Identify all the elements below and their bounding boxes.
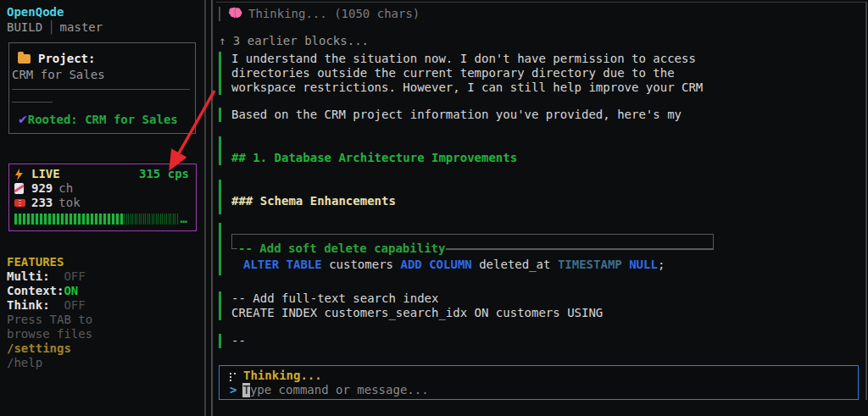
chars-unit: ch <box>58 181 73 196</box>
progress-bar-fill <box>14 214 124 225</box>
app-title: OpenQode <box>7 5 64 19</box>
project-label: Project: <box>38 52 95 66</box>
live-rate-value: 315 cps <box>139 167 189 181</box>
command-settings[interactable]: /settings <box>7 341 92 356</box>
thinking-header: Thinking... (1050 chars) <box>219 7 861 21</box>
thinking-header-text: Thinking... (1050 chars) <box>248 7 420 21</box>
progress-bar-ellipsis: … <box>181 214 187 225</box>
project-short-divider <box>12 102 53 103</box>
rooted-text: Rooted: CRM for Sales <box>28 113 178 126</box>
text-cursor: T <box>242 383 249 397</box>
input-placeholder: ype command or message... <box>250 383 429 397</box>
check-icon: ✔ <box>18 113 28 126</box>
assistant-message: I understand the situation now. I don't … <box>219 52 861 95</box>
progress-bar-remainder <box>124 214 179 225</box>
dashes-line: -- <box>231 334 861 348</box>
toggle-think: Think: OFF <box>7 298 92 313</box>
prompt-icon: > <box>230 383 236 397</box>
sql-create-index-line: CREATE INDEX customers_search_idx ON cus… <box>231 306 861 320</box>
message-line: workspace restrictions. However, I can s… <box>231 80 861 95</box>
project-divider <box>12 89 190 90</box>
features-title: FEATURES <box>7 255 92 269</box>
message-line: directories outside the current temporar… <box>231 66 861 80</box>
brain-icon <box>228 7 242 22</box>
toggle-multi-value: OFF <box>64 269 85 283</box>
input-status-text: Thinking... <box>243 369 322 383</box>
build-branch-row: BUILD│master <box>7 20 103 35</box>
message-line: Based on the CRM project information you… <box>231 108 861 122</box>
toggle-context: Context:ON <box>7 284 92 298</box>
prompt-row[interactable]: >Type command or message... <box>230 383 858 397</box>
memo-icon <box>14 183 31 194</box>
tokens-row: 233 tok <box>14 196 189 210</box>
folder-icon <box>18 54 31 64</box>
project-name: CRM for Sales <box>12 68 190 82</box>
tab-hint-line1: Press TAB to <box>7 313 92 327</box>
tokens-value: 233 <box>31 196 53 210</box>
rooted-status: ✔Rooted: CRM for Sales <box>18 113 190 127</box>
chars-value: 929 <box>31 181 53 196</box>
earlier-blocks-indicator[interactable]: ↑ 3 earlier blocks... <box>219 34 861 48</box>
chat-pane: Thinking... (1050 chars) ↑ 3 earlier blo… <box>216 0 868 416</box>
chars-row: 929 ch <box>14 181 189 196</box>
sql-statement: ALTER TABLE customers ADD COLUMN deleted… <box>243 258 861 272</box>
command-help[interactable]: /help <box>7 356 92 370</box>
openqode-terminal: { "colors": { "accent_cyan": "#4fd2e3", … <box>0 0 868 416</box>
markdown-heading-block: ## 1. Database Architecture Improvements <box>219 136 861 165</box>
live-label: LIVE <box>31 167 60 181</box>
heading-database-architecture: ## 1. Database Architecture Improvements <box>231 151 861 165</box>
markdown-subheading-block: ### Schema Enhancements <box>219 180 861 214</box>
spinner-icon <box>230 371 236 381</box>
code-box-title-row: -- Add soft delete capability <box>237 241 714 256</box>
panel-divider <box>204 0 213 416</box>
branch-label: master <box>60 20 103 34</box>
project-header-row: Project: <box>18 52 190 66</box>
blank-line <box>231 136 861 151</box>
code-box-title-line <box>446 248 714 250</box>
heading-schema-enhancements: ### Schema Enhancements <box>231 194 861 208</box>
command-input-box[interactable]: Thinking... >Type command or message... <box>219 365 859 400</box>
live-stats-panel: LIVE 315 cps 929 ch 233 tok … <box>8 164 197 231</box>
message-line: I understand the situation now. I don't … <box>231 52 861 66</box>
toggle-think-value: OFF <box>64 298 85 312</box>
tab-hint-line2: browse files <box>7 327 92 341</box>
blank-line <box>231 180 861 194</box>
input-status-row: Thinking... <box>230 369 858 383</box>
sidebar: OpenQode BUILD│master Project: CRM for S… <box>0 0 203 416</box>
sql-code-block: -- Add soft delete capability ALTER TABL… <box>219 223 861 275</box>
sql-text-block: -- Add full-text search index CREATE IND… <box>219 291 861 320</box>
toggle-context-value: ON <box>64 284 78 297</box>
lightning-icon <box>14 169 31 180</box>
sql-comment-line: -- Add full-text search index <box>231 291 861 306</box>
live-rate-row: LIVE 315 cps <box>14 167 189 181</box>
project-panel: Project: CRM for Sales ✔Rooted: CRM for … <box>8 42 196 134</box>
features-panel: FEATURES Multi: OFF Context:ON Think: OF… <box>7 255 92 370</box>
ticket-icon <box>14 199 31 207</box>
build-label: BUILD <box>7 20 42 34</box>
progress-bar: … <box>14 214 187 225</box>
assistant-message: Based on the CRM project information you… <box>219 108 861 122</box>
tokens-unit: tok <box>58 196 80 210</box>
separator: │ <box>42 20 59 34</box>
code-box-frame: -- Add soft delete capability <box>231 234 714 249</box>
toggle-multi: Multi: OFF <box>7 269 92 284</box>
sql-comment-title: -- Add soft delete capability <box>237 241 446 256</box>
dashes-block: -- <box>219 334 861 348</box>
